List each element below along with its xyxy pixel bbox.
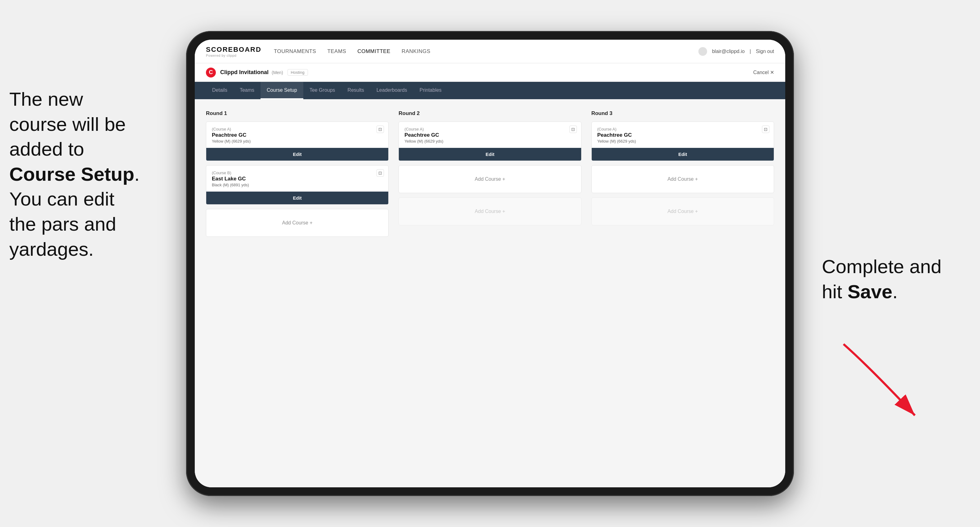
annotation-left: The new course will be added to Course S… <box>9 87 183 262</box>
round1-course-a-details: Yellow (M) (6629 yds) <box>212 139 383 143</box>
round2-add-course-1[interactable]: Add Course + <box>399 165 581 193</box>
arrow-right <box>825 338 931 425</box>
round1-course-a-name: Peachtree GC <box>212 132 383 138</box>
tab-printables[interactable]: Printables <box>414 82 448 99</box>
round1-course-b-delete[interactable]: ⊡ <box>377 169 384 177</box>
tab-bar: Details Teams Course Setup Tee Groups Re… <box>195 82 785 99</box>
round-1-column: Round 1 ⊡ (Course A) Peachtree GC Yellow… <box>206 110 388 241</box>
tournament-logo: C <box>206 68 216 78</box>
round2-course-a-delete[interactable]: ⊡ <box>570 125 577 133</box>
round1-course-b-name: East Lake GC <box>212 176 383 182</box>
rounds-grid: Round 1 ⊡ (Course A) Peachtree GC Yellow… <box>206 110 774 241</box>
tablet-shell: SCOREBOARD Powered by clippd TOURNAMENTS… <box>186 31 794 496</box>
round3-add-course-label-1: Add Course + <box>667 176 698 182</box>
round2-course-a-details: Yellow (M) (6629 yds) <box>404 139 575 143</box>
round3-course-a-edit[interactable]: Edit <box>592 148 774 160</box>
nav-right: blair@clippd.io | Sign out <box>698 47 774 56</box>
logo-area: SCOREBOARD Powered by clippd <box>206 46 261 57</box>
nav-links: TOURNAMENTS TEAMS COMMITTEE RANKINGS <box>274 48 698 54</box>
annotation-bold: Save <box>848 281 892 302</box>
round1-course-b-tag: (Course B) <box>212 170 383 175</box>
round2-add-course-label-2: Add Course + <box>475 209 505 214</box>
tournament-banner: C Clippd Invitational (Men) Hosting Canc… <box>195 63 785 82</box>
sign-out-link[interactable]: Sign out <box>756 49 774 54</box>
nav-rankings[interactable]: RANKINGS <box>402 48 430 54</box>
round1-course-b-details: Black (M) (6891 yds) <box>212 183 383 187</box>
tab-course-setup[interactable]: Course Setup <box>261 82 303 99</box>
round2-course-a-tag: (Course A) <box>404 127 575 132</box>
tab-details[interactable]: Details <box>206 82 234 99</box>
round1-course-a-delete[interactable]: ⊡ <box>377 125 384 133</box>
user-avatar <box>698 47 707 56</box>
nav-teams[interactable]: TEAMS <box>327 48 346 54</box>
round-2-column: Round 2 ⊡ (Course A) Peachtree GC Yellow… <box>399 110 581 241</box>
round3-course-a-details: Yellow (M) (6629 yds) <box>597 139 768 143</box>
annotation-text: The new <box>9 88 83 110</box>
round2-add-course-2: Add Course + <box>399 197 581 225</box>
round-1-label: Round 1 <box>206 110 388 117</box>
tournament-status: Hosting <box>288 69 308 76</box>
round1-course-b-card: ⊡ (Course B) East Lake GC Black (M) (689… <box>206 165 388 205</box>
annotation-text: hit <box>822 281 848 302</box>
main-content: Round 1 ⊡ (Course A) Peachtree GC Yellow… <box>195 99 785 487</box>
round-2-label: Round 2 <box>399 110 581 117</box>
round3-course-a-delete[interactable]: ⊡ <box>762 125 769 133</box>
annotation-text: added to <box>9 138 84 160</box>
round3-add-course-1[interactable]: Add Course + <box>592 165 774 193</box>
round1-course-a-edit[interactable]: Edit <box>206 148 388 160</box>
round2-course-a-name: Peachtree GC <box>404 132 575 138</box>
round3-course-a-tag: (Course A) <box>597 127 768 132</box>
tab-leaderboards[interactable]: Leaderboards <box>370 82 414 99</box>
annotation-text: the pars and <box>9 213 116 235</box>
annotation-text: yardages. <box>9 238 94 260</box>
tab-tee-groups[interactable]: Tee Groups <box>303 82 342 99</box>
separator: | <box>749 49 751 54</box>
nav-tournaments[interactable]: TOURNAMENTS <box>274 48 316 54</box>
annotation-text: Complete and <box>822 256 942 277</box>
round2-course-a-card: ⊡ (Course A) Peachtree GC Yellow (M) (66… <box>399 122 581 161</box>
annotation-bold: Course Setup <box>9 163 134 185</box>
annotation-text: course will be <box>9 113 126 135</box>
annotation-right: Complete and hit Save. <box>822 254 971 304</box>
round2-add-course-label-1: Add Course + <box>475 176 505 182</box>
round1-add-course[interactable]: Add Course + <box>206 209 388 237</box>
tournament-type: (Men) <box>272 70 283 75</box>
round2-course-a-edit[interactable]: Edit <box>399 148 581 160</box>
tablet-screen: SCOREBOARD Powered by clippd TOURNAMENTS… <box>195 40 785 487</box>
round1-course-a-card: ⊡ (Course A) Peachtree GC Yellow (M) (66… <box>206 122 388 161</box>
round3-course-a-card: ⊡ (Course A) Peachtree GC Yellow (M) (66… <box>592 122 774 161</box>
round1-add-course-label: Add Course + <box>282 220 313 226</box>
round-3-column: Round 3 ⊡ (Course A) Peachtree GC Yellow… <box>592 110 774 241</box>
round3-add-course-label-2: Add Course + <box>667 209 698 214</box>
round-3-label: Round 3 <box>592 110 774 117</box>
tab-teams[interactable]: Teams <box>234 82 261 99</box>
tournament-name: Clippd Invitational <box>220 69 269 76</box>
powered-by: Powered by clippd <box>206 54 261 57</box>
tab-results[interactable]: Results <box>342 82 370 99</box>
round3-course-a-name: Peachtree GC <box>597 132 768 138</box>
round1-course-b-edit[interactable]: Edit <box>206 192 388 204</box>
scoreboard-logo: SCOREBOARD <box>206 46 261 54</box>
annotation-text: You can edit <box>9 188 115 210</box>
top-nav: SCOREBOARD Powered by clippd TOURNAMENTS… <box>195 40 785 63</box>
round1-course-a-tag: (Course A) <box>212 127 383 132</box>
cancel-button[interactable]: Cancel ✕ <box>753 70 774 75</box>
nav-committee[interactable]: COMMITTEE <box>357 48 390 54</box>
user-email: blair@clippd.io <box>712 49 745 54</box>
round3-add-course-2: Add Course + <box>592 197 774 225</box>
